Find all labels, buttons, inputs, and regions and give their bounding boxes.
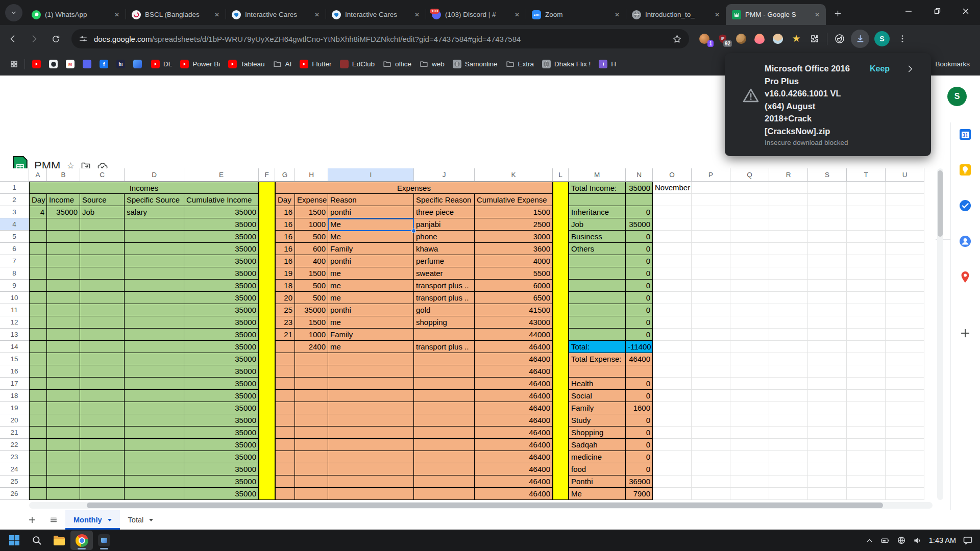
incomes-cell[interactable]: 35000 bbox=[184, 292, 259, 304]
column-header-C[interactable]: C bbox=[80, 168, 125, 182]
bookmark-item[interactable]: H bbox=[599, 60, 616, 68]
fill-handle[interactable] bbox=[411, 229, 416, 233]
incomes-cell[interactable] bbox=[125, 218, 184, 231]
incomes-cell[interactable]: 35000 bbox=[184, 218, 259, 231]
expenses-cell[interactable] bbox=[414, 365, 475, 378]
face-extension-icon[interactable] bbox=[772, 33, 784, 45]
incomes-cell[interactable]: 35000 bbox=[184, 439, 259, 451]
column-header-F[interactable]: F bbox=[259, 168, 275, 182]
incomes-cell[interactable] bbox=[80, 267, 125, 280]
incomes-cell[interactable] bbox=[47, 365, 80, 378]
incomes-cell[interactable] bbox=[47, 316, 80, 329]
empty-cell[interactable] bbox=[886, 304, 924, 316]
incomes-cell[interactable]: Day bbox=[29, 194, 47, 206]
apps-shortcut-button[interactable] bbox=[5, 56, 22, 73]
empty-cell[interactable] bbox=[808, 414, 847, 427]
empty-cell[interactable] bbox=[692, 316, 730, 329]
incomes-cell[interactable] bbox=[29, 292, 47, 304]
column-header-Q[interactable]: Q bbox=[730, 168, 769, 182]
summary-value-cell[interactable]: 0 bbox=[626, 414, 653, 427]
empty-cell[interactable] bbox=[692, 353, 730, 365]
expenses-cell[interactable]: 46400 bbox=[475, 353, 553, 365]
summary-label-cell[interactable]: Sadqah bbox=[569, 439, 626, 451]
incomes-cell[interactable]: 35000 bbox=[184, 451, 259, 463]
expenses-cell[interactable]: Day bbox=[275, 194, 295, 206]
empty-cell[interactable] bbox=[886, 255, 924, 267]
cookie-extension-icon[interactable] bbox=[735, 33, 747, 45]
expenses-cell[interactable]: me bbox=[328, 316, 414, 329]
summary-label-cell[interactable]: Job bbox=[569, 218, 626, 231]
incomes-cell[interactable] bbox=[29, 243, 47, 255]
empty-cell[interactable] bbox=[692, 451, 730, 463]
incomes-cell[interactable] bbox=[47, 218, 80, 231]
summary-value-cell[interactable]: 0 bbox=[626, 280, 653, 292]
selected-cell-outline[interactable] bbox=[328, 218, 414, 231]
expenses-cell[interactable] bbox=[275, 475, 295, 488]
incomes-cell[interactable] bbox=[125, 402, 184, 414]
empty-cell[interactable] bbox=[730, 182, 769, 194]
tab-close-icon[interactable]: ✕ bbox=[312, 10, 322, 19]
empty-cell[interactable] bbox=[808, 353, 847, 365]
downloads-button[interactable] bbox=[851, 30, 869, 48]
november-cell[interactable]: November bbox=[653, 182, 692, 194]
expenses-cell[interactable]: Expense bbox=[295, 194, 328, 206]
expenses-cell[interactable]: transport plus .. bbox=[414, 280, 475, 292]
empty-cell[interactable] bbox=[769, 390, 808, 402]
expenses-cell[interactable]: 46400 bbox=[475, 475, 553, 488]
expenses-cell[interactable] bbox=[275, 488, 295, 500]
empty-cell[interactable] bbox=[730, 316, 769, 329]
incomes-cell[interactable] bbox=[125, 280, 184, 292]
expenses-cell[interactable] bbox=[295, 402, 328, 414]
expenses-cell[interactable] bbox=[328, 427, 414, 439]
expenses-cell[interactable]: 46400 bbox=[475, 451, 553, 463]
empty-cell[interactable] bbox=[808, 231, 847, 243]
empty-cell[interactable] bbox=[808, 243, 847, 255]
summary-value-cell[interactable] bbox=[626, 194, 653, 206]
incomes-title-cell[interactable]: Incomes bbox=[29, 182, 259, 194]
bookmark-item[interactable]: Power Bi bbox=[180, 60, 220, 68]
incomes-cell[interactable] bbox=[29, 218, 47, 231]
shield-extension-icon[interactable]: IP92 bbox=[717, 33, 729, 45]
incomes-cell[interactable] bbox=[80, 463, 125, 475]
refresh-button[interactable] bbox=[47, 30, 64, 47]
empty-cell[interactable] bbox=[808, 390, 847, 402]
empty-cell[interactable] bbox=[886, 402, 924, 414]
empty-cell[interactable] bbox=[730, 267, 769, 280]
incomes-cell[interactable] bbox=[29, 365, 47, 378]
empty-cell[interactable] bbox=[692, 194, 730, 206]
tab-close-icon[interactable]: ✕ bbox=[212, 10, 222, 19]
empty-cell[interactable] bbox=[808, 427, 847, 439]
expenses-cell[interactable]: 500 bbox=[295, 280, 328, 292]
empty-cell[interactable] bbox=[808, 255, 847, 267]
expenses-title-cell[interactable]: Expenses bbox=[275, 182, 553, 194]
empty-cell[interactable] bbox=[769, 488, 808, 500]
empty-cell[interactable] bbox=[769, 475, 808, 488]
empty-cell[interactable] bbox=[847, 267, 886, 280]
row-header-5[interactable]: 5 bbox=[0, 231, 29, 243]
expenses-cell[interactable]: 500 bbox=[295, 292, 328, 304]
empty-cell[interactable] bbox=[653, 243, 692, 255]
incomes-cell[interactable] bbox=[47, 329, 80, 341]
browser-tab[interactable]: PMM - Google S✕ bbox=[726, 4, 826, 25]
separator-column[interactable] bbox=[259, 182, 275, 500]
incomes-cell[interactable] bbox=[125, 341, 184, 353]
notifications-icon[interactable] bbox=[963, 535, 973, 545]
empty-cell[interactable] bbox=[847, 463, 886, 475]
empty-cell[interactable] bbox=[653, 390, 692, 402]
bookmark-item[interactable] bbox=[83, 60, 91, 68]
incomes-cell[interactable] bbox=[47, 378, 80, 390]
incomes-cell[interactable]: 35000 bbox=[184, 488, 259, 500]
empty-cell[interactable] bbox=[769, 280, 808, 292]
empty-cell[interactable] bbox=[886, 488, 924, 500]
incomes-cell[interactable] bbox=[80, 255, 125, 267]
browser-tab[interactable]: Introduction_to_✕ bbox=[626, 4, 726, 25]
empty-cell[interactable] bbox=[730, 488, 769, 500]
empty-cell[interactable] bbox=[692, 243, 730, 255]
bookmark-item[interactable]: AI bbox=[273, 60, 292, 68]
empty-cell[interactable] bbox=[692, 390, 730, 402]
expenses-cell[interactable]: shopping bbox=[414, 316, 475, 329]
tab-close-icon[interactable]: ✕ bbox=[112, 10, 121, 19]
incomes-cell[interactable] bbox=[29, 439, 47, 451]
row-header-7[interactable]: 7 bbox=[0, 255, 29, 267]
row-header-14[interactable]: 14 bbox=[0, 341, 29, 353]
